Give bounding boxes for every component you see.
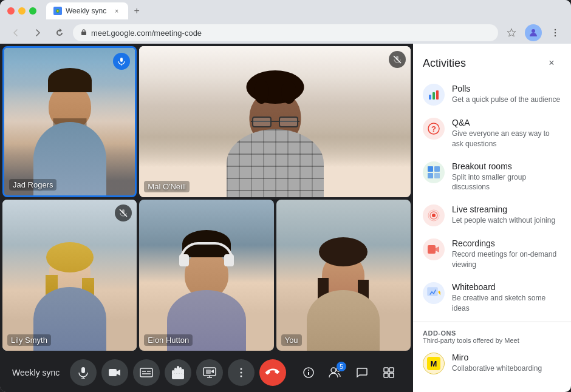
people-button[interactable]: 5 — [323, 360, 347, 385]
address-input[interactable]: meet.google.com/meeting-code — [73, 24, 498, 41]
traffic-lights — [7, 7, 36, 15]
raise-hand-button[interactable] — [165, 359, 191, 386]
video-tile-you: You — [276, 200, 411, 351]
participant-name-eion: Eion Hutton — [144, 334, 193, 346]
svg-rect-17 — [109, 369, 117, 376]
present-button[interactable] — [196, 359, 223, 386]
address-text: meet.google.com/meeting-code — [91, 29, 202, 38]
captions-button[interactable] — [133, 359, 160, 386]
live-icon — [423, 204, 445, 226]
activity-item-whiteboard[interactable]: Whiteboard Be creative and sketch some i… — [413, 276, 571, 320]
activity-item-breakout[interactable]: Breakout rooms Split into smaller group … — [413, 155, 571, 199]
participant-name-jad: Jad Rogers — [9, 179, 56, 191]
activities-header: Activities × — [413, 44, 571, 78]
addons-divider — [413, 322, 571, 322]
lock-icon — [80, 29, 87, 37]
addons-desc: Third-party tools offered by Meet — [423, 337, 561, 344]
tab-bar: Weekly sync × + — [46, 2, 564, 19]
qa-icon: ? — [423, 118, 445, 140]
recordings-icon — [423, 238, 445, 260]
camera-button[interactable] — [101, 359, 128, 386]
recordings-text: Recordings Record meetings for on-demand… — [452, 238, 561, 270]
activity-item-miro[interactable]: M Miro Collaborative whiteboarding — [413, 346, 571, 380]
svg-rect-23 — [179, 367, 182, 374]
mic-button[interactable] — [70, 359, 97, 386]
maximize-window-button[interactable] — [29, 7, 36, 15]
svg-rect-44 — [429, 95, 431, 100]
refresh-button[interactable] — [51, 24, 68, 41]
svg-rect-51 — [428, 173, 433, 178]
meet-content: Jad Rogers — [0, 44, 571, 392]
more-options-button[interactable] — [228, 359, 255, 386]
svg-point-37 — [308, 370, 309, 371]
svg-rect-40 — [384, 368, 388, 372]
svg-rect-22 — [177, 366, 179, 374]
miro-text: Miro Collaborative whiteboarding — [452, 353, 561, 374]
svg-point-5 — [555, 29, 556, 30]
svg-point-38 — [331, 368, 336, 373]
browser-tab[interactable]: Weekly sync × — [46, 2, 128, 19]
breakout-text: Breakout rooms Split into smaller group … — [452, 161, 561, 193]
end-call-button[interactable] — [259, 359, 286, 386]
svg-rect-46 — [436, 90, 439, 100]
address-bar: meet.google.com/meeting-code — [0, 22, 571, 44]
svg-text:M: M — [431, 359, 437, 368]
svg-rect-24 — [174, 368, 177, 374]
svg-text:?: ? — [431, 124, 436, 133]
svg-point-53 — [432, 214, 436, 217]
activities-close-button[interactable]: × — [542, 53, 561, 73]
bottom-toolbar: Weekly sync — [0, 353, 413, 392]
close-window-button[interactable] — [7, 7, 15, 15]
chat-button[interactable] — [350, 360, 374, 385]
participant-name-lily: Lily Smyth — [7, 334, 51, 346]
bookmark-button[interactable] — [503, 24, 520, 41]
info-button[interactable] — [296, 360, 321, 385]
participant-name-you: You — [281, 334, 302, 346]
svg-rect-50 — [434, 166, 440, 172]
svg-rect-8 — [120, 58, 123, 62]
mic-muted-badge-mal — [389, 51, 406, 68]
browser-frame: Weekly sync × + meet.google.com/meeting-… — [0, 0, 571, 392]
breakout-icon — [423, 161, 445, 183]
title-bar: Weekly sync × + — [0, 0, 571, 22]
meeting-title: Weekly sync — [12, 368, 60, 377]
back-button[interactable] — [7, 24, 24, 41]
svg-rect-41 — [389, 368, 394, 372]
live-text: Live streaming Let people watch without … — [452, 204, 561, 226]
svg-rect-43 — [389, 373, 394, 377]
video-tile-lily: Lily Smyth — [2, 200, 137, 351]
svg-rect-14 — [81, 367, 85, 373]
svg-point-2 — [57, 10, 59, 12]
activities-panel: Activities × Polls Get a quick pulse of … — [413, 44, 571, 392]
forward-button[interactable] — [29, 24, 46, 41]
svg-rect-56 — [428, 245, 436, 254]
activity-item-live[interactable]: Live streaming Let people watch without … — [413, 198, 571, 232]
profile-button[interactable] — [525, 24, 542, 41]
activity-item-polls[interactable]: Polls Get a quick pulse of the audience — [413, 78, 571, 112]
activity-item-recordings[interactable]: Recordings Record meetings for on-demand… — [413, 232, 571, 276]
participant-name-mal: Mal O'Neill — [144, 181, 189, 192]
activity-item-qa[interactable]: ? Q&A Give everyone an easy way to ask q… — [413, 112, 571, 155]
tab-favicon — [53, 7, 62, 15]
tab-title: Weekly sync — [66, 7, 106, 15]
browser-menu-button[interactable] — [547, 24, 564, 41]
svg-point-6 — [555, 32, 556, 33]
svg-rect-58 — [438, 291, 440, 297]
tab-close-button[interactable]: × — [112, 7, 121, 15]
svg-rect-52 — [434, 173, 440, 178]
svg-rect-31 — [206, 370, 211, 374]
polls-text: Polls Get a quick pulse of the audience — [452, 84, 561, 105]
whiteboard-text: Whiteboard Be creative and sketch some i… — [452, 282, 561, 314]
activities-button[interactable] — [377, 360, 401, 385]
new-tab-button[interactable]: + — [128, 2, 145, 19]
whiteboard-icon — [423, 282, 445, 304]
toolbar-center — [70, 359, 286, 386]
people-count-badge: 5 — [337, 362, 346, 371]
svg-rect-3 — [81, 32, 86, 35]
miro-icon: M — [423, 353, 445, 374]
svg-point-4 — [532, 29, 535, 33]
toolbar-right: 5 — [296, 360, 401, 385]
svg-rect-18 — [140, 368, 152, 377]
svg-rect-42 — [384, 373, 388, 377]
minimize-window-button[interactable] — [18, 7, 26, 15]
